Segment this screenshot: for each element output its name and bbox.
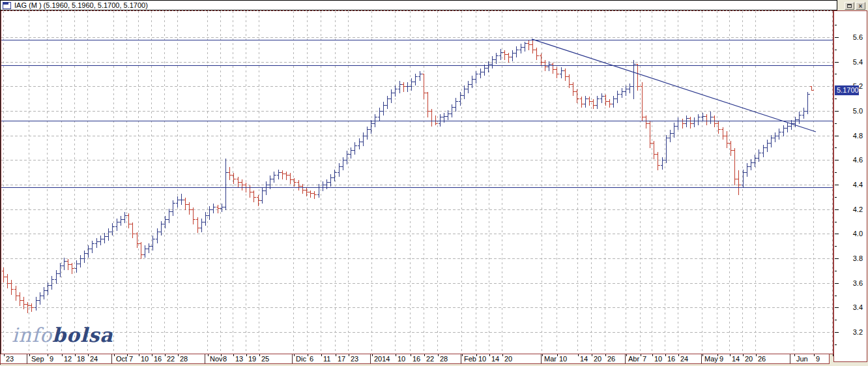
time-axis-tick xyxy=(542,354,543,356)
time-axis-tick xyxy=(62,354,63,356)
time-axis-tick xyxy=(641,354,641,356)
time-axis-label: 9 xyxy=(816,355,820,363)
time-axis-tick xyxy=(665,354,666,356)
price-axis: 5.65.45.25.04.84.64.44.24.03.83.63.43.2 xyxy=(833,10,867,362)
time-axis-tick xyxy=(127,354,128,356)
time-axis-label: 20 xyxy=(594,355,601,363)
time-axis-tick xyxy=(476,354,477,356)
window-icon xyxy=(3,2,11,9)
time-axis-label: Abr xyxy=(628,355,639,363)
price-axis-label: 3.6 xyxy=(853,279,863,287)
time-axis-tick xyxy=(702,354,703,356)
time-axis-label: 24 xyxy=(680,355,688,363)
time-axis-tick xyxy=(233,354,234,356)
price-axis-label: 3.2 xyxy=(853,328,863,336)
time-axis-tick xyxy=(743,354,744,356)
time-axis-tick xyxy=(246,354,247,356)
price-axis-label: 5.4 xyxy=(853,58,863,66)
time-axis-label: 16 xyxy=(667,355,675,363)
time-axis-label: 10 xyxy=(559,355,567,363)
ohlc-chart-canvas xyxy=(1,11,833,354)
time-axis-tick xyxy=(349,354,349,356)
time-axis-tick xyxy=(221,354,222,356)
time-axis-label: 28 xyxy=(180,355,188,363)
price-axis-label: 5.0 xyxy=(853,107,863,115)
time-axis-label: 10 xyxy=(478,355,486,363)
restore-icon xyxy=(847,4,852,8)
time-axis-tick xyxy=(462,354,463,356)
time-axis-tick xyxy=(489,354,490,356)
chart-plot-area[interactable] xyxy=(1,10,833,354)
time-axis-tick xyxy=(259,354,260,356)
time-axis-label: 14 xyxy=(732,355,740,363)
time-axis-label: 7 xyxy=(129,355,133,363)
time-axis-tick xyxy=(308,354,308,356)
time-axis-label: 28 xyxy=(440,355,448,363)
restore-button[interactable] xyxy=(845,2,854,10)
time-axis-label: 23 xyxy=(351,355,358,363)
month-separator xyxy=(701,354,702,363)
time-axis: 23Sep9121824Oct710162228Nov8131925Dic611… xyxy=(0,354,830,364)
time-axis-label: 18 xyxy=(77,355,85,363)
time-axis-tick xyxy=(578,354,579,356)
time-axis-tick xyxy=(626,354,627,356)
time-axis-label: Oct xyxy=(116,355,127,363)
time-axis-tick xyxy=(321,354,322,356)
time-axis-label: 14 xyxy=(580,355,588,363)
time-axis-tick xyxy=(794,354,795,356)
time-axis-label: Jun xyxy=(796,355,808,363)
price-axis-label: 4.8 xyxy=(853,132,863,140)
time-axis-tick xyxy=(652,354,653,356)
time-axis-label: 2014 xyxy=(374,355,390,363)
month-separator xyxy=(461,354,461,363)
month-separator xyxy=(292,354,293,363)
time-axis-tick xyxy=(165,354,166,356)
time-axis-tick xyxy=(4,354,5,356)
time-axis-tick xyxy=(48,354,48,356)
time-axis-label: 9 xyxy=(50,355,53,363)
time-axis-label: May xyxy=(704,355,718,363)
price-axis-label: 4.2 xyxy=(853,206,863,213)
time-axis-label: 17 xyxy=(338,355,345,363)
month-separator xyxy=(205,354,205,363)
time-axis-label: 6 xyxy=(310,355,313,363)
gridlines xyxy=(1,11,833,354)
time-axis-tick xyxy=(139,354,139,356)
time-axis-label: 14 xyxy=(491,355,499,363)
trendline xyxy=(532,39,816,132)
time-axis-label: 22 xyxy=(426,355,434,363)
close-button[interactable]: × xyxy=(856,2,865,10)
price-axis-label: 3.4 xyxy=(853,303,863,311)
time-axis-tick xyxy=(833,354,833,356)
month-separator xyxy=(625,354,626,363)
month-separator xyxy=(27,354,27,363)
month-separator xyxy=(790,354,790,363)
close-icon: × xyxy=(859,3,863,9)
time-axis-label: 12 xyxy=(64,355,72,363)
ohlc-bars xyxy=(2,40,814,313)
price-axis-label: 4.0 xyxy=(853,230,863,237)
time-axis-label: 10 xyxy=(398,355,405,363)
time-axis-label: 25 xyxy=(261,355,269,363)
time-axis-tick xyxy=(678,354,679,356)
window-title: IAG (M ) (5.1960, 5.1960, 5.1700, 5.1700… xyxy=(14,1,148,10)
time-axis-label: 9 xyxy=(719,355,723,363)
price-axis-ticks: 5.65.45.25.04.84.64.44.24.03.83.63.43.2 xyxy=(834,11,867,361)
time-axis-label: 26 xyxy=(758,355,766,363)
time-axis-label: 23 xyxy=(6,355,14,363)
time-axis-label: 13 xyxy=(235,355,243,363)
time-axis-label: 11 xyxy=(323,355,330,363)
time-axis-tick xyxy=(502,354,503,356)
time-axis-label: Dic xyxy=(296,355,306,363)
month-separator xyxy=(370,354,371,363)
time-axis-tick xyxy=(372,354,373,356)
time-axis-tick xyxy=(411,354,411,356)
time-axis-tick xyxy=(75,354,76,356)
price-axis-label: 5.6 xyxy=(853,33,863,41)
month-separator xyxy=(541,354,542,363)
time-axis-label: Feb xyxy=(464,355,476,363)
time-axis-label: 8 xyxy=(223,355,227,363)
time-axis-tick xyxy=(336,354,336,356)
price-axis-label: 4.4 xyxy=(853,181,863,189)
time-axis-label: 22 xyxy=(167,355,175,363)
